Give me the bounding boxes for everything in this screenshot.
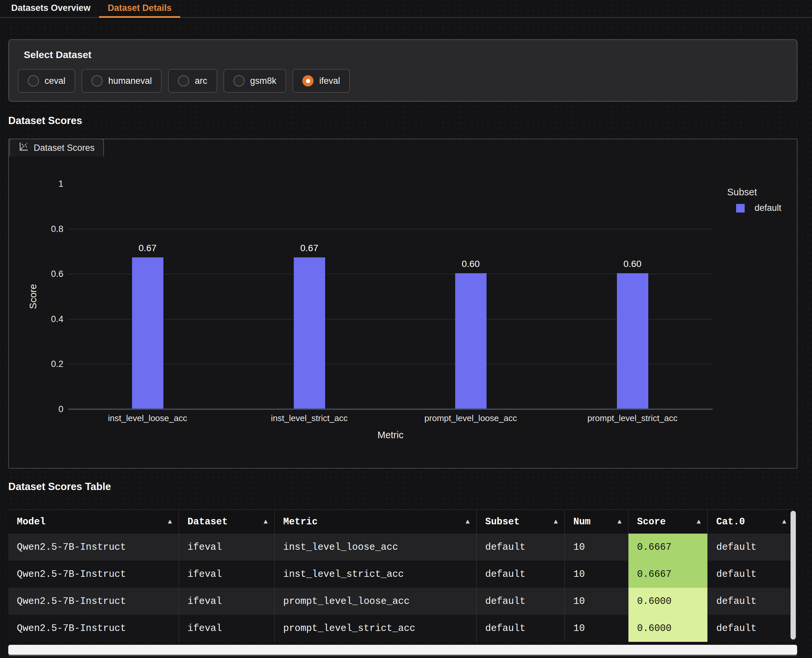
y-tick-label: 1 <box>27 179 63 189</box>
column-header-num[interactable]: Num▲ <box>564 510 628 534</box>
table-cell: 10 <box>564 588 628 615</box>
tab-dataset-details[interactable]: Dataset Details <box>99 0 180 18</box>
table-row: Qwen2.5-7B-Instructifevalprompt_level_lo… <box>8 588 793 615</box>
radio-label: gsm8k <box>250 76 277 86</box>
scatter-chart-icon <box>19 142 28 154</box>
bar-inst_level_strict_acc <box>294 257 325 409</box>
column-header-model[interactable]: Model▲ <box>8 510 179 534</box>
table-header-row: Model▲Dataset▲Metric▲Subset▲Num▲Score▲Ca… <box>8 510 793 534</box>
table-cell: default <box>476 615 564 642</box>
dataset-radio-gsm8k[interactable]: gsm8k <box>223 69 287 93</box>
table-cell: Qwen2.5-7B-Instruct <box>8 615 179 642</box>
y-axis-title: Score <box>28 279 39 315</box>
column-header-subset[interactable]: Subset▲ <box>476 510 564 534</box>
table-row: Qwen2.5-7B-Instructifevalinst_level_stri… <box>8 561 793 588</box>
score-cell: 0.6000 <box>628 615 707 642</box>
gridline <box>68 229 713 229</box>
x-axis-line <box>68 409 713 410</box>
sort-arrow-icon: ▲ <box>553 518 558 526</box>
bar-prompt_level_strict_acc <box>617 273 648 409</box>
legend-swatch <box>736 204 745 213</box>
radio-icon <box>178 75 189 86</box>
table-cell: ifeval <box>179 588 274 615</box>
table-body: Qwen2.5-7B-Instructifevalinst_level_loos… <box>8 534 793 642</box>
table-cell: inst_level_loose_acc <box>274 534 476 561</box>
dataset-radio-ifeval[interactable]: ifeval <box>292 69 350 93</box>
column-header-label: Num <box>573 517 591 527</box>
column-header-score[interactable]: Score▲ <box>628 510 707 534</box>
score-cell: 0.6667 <box>628 534 707 561</box>
bar-value-label: 0.67 <box>139 243 157 254</box>
x-axis-title: Metric <box>378 430 404 440</box>
radio-label: ceval <box>45 76 65 86</box>
dataset-radio-arc[interactable]: arc <box>168 69 217 93</box>
x-tick-label: prompt_level_loose_acc <box>425 413 517 423</box>
bar-inst_level_loose_acc <box>132 257 163 409</box>
radio-icon <box>28 75 39 86</box>
y-tick-label: 0.2 <box>27 359 63 369</box>
select-dataset-label: Select Dataset <box>24 49 91 60</box>
vertical-scrollbar-thumb[interactable] <box>790 511 796 639</box>
table-cell: default <box>707 615 793 642</box>
radio-label: ifeval <box>319 76 340 86</box>
legend-title: Subset <box>727 187 781 197</box>
gridline <box>68 364 713 364</box>
y-tick-label: 0.4 <box>27 314 63 324</box>
column-header-label: Metric <box>283 517 318 527</box>
legend-entry[interactable]: default <box>727 203 781 213</box>
dataset-radio-group: cevalhumanevalarcgsm8kifeval <box>18 69 350 93</box>
score-cell: 0.6667 <box>628 561 707 588</box>
dataset-scores-table: Model▲Dataset▲Metric▲Subset▲Num▲Score▲Ca… <box>8 509 793 642</box>
column-header-dataset[interactable]: Dataset▲ <box>179 510 274 534</box>
table-cell: default <box>707 561 793 588</box>
table-cell: prompt_level_strict_acc <box>274 615 476 642</box>
column-header-label: Model <box>17 517 45 527</box>
radio-icon <box>91 75 103 86</box>
bar-prompt_level_loose_acc <box>455 273 486 409</box>
column-header-metric[interactable]: Metric▲ <box>274 510 476 534</box>
table-cell: Qwen2.5-7B-Instruct <box>8 561 179 588</box>
table-cell: default <box>476 534 564 561</box>
dataset-radio-ceval[interactable]: ceval <box>18 69 75 93</box>
vertical-scrollbar[interactable] <box>790 510 796 641</box>
legend-entry-label: default <box>754 203 781 213</box>
table-cell: Qwen2.5-7B-Instruct <box>8 534 179 561</box>
column-header-label: Dataset <box>188 517 228 527</box>
column-header-label: Score <box>637 517 666 527</box>
radio-label: humaneval <box>108 76 152 86</box>
column-header-label: Cat.0 <box>716 517 745 527</box>
dataset-scores-chart-panel: Dataset Scores 00.20.40.60.810.67inst_le… <box>8 139 798 468</box>
table-cell: default <box>707 534 793 561</box>
radio-dot <box>306 79 310 83</box>
select-dataset-panel: Select Dataset cevalhumanevalarcgsm8kife… <box>8 39 798 102</box>
chart-panel-tab-label: Dataset Scores <box>34 143 95 153</box>
bar-value-label: 0.60 <box>462 259 480 269</box>
horizontal-scrollbar[interactable] <box>8 645 797 655</box>
dataset-scores-heading: Dataset Scores <box>8 115 82 127</box>
chart-panel-tab[interactable]: Dataset Scores <box>9 139 104 157</box>
column-header-cat0[interactable]: Cat.0▲ <box>707 510 793 534</box>
dataset-radio-humaneval[interactable]: humaneval <box>82 69 162 93</box>
bar-value-label: 0.60 <box>624 259 642 269</box>
x-tick-label: prompt_level_strict_acc <box>587 413 677 423</box>
bar-value-label: 0.67 <box>300 243 318 254</box>
x-tick-label: inst_level_loose_acc <box>108 413 187 423</box>
chart-legend: Subset default <box>727 187 781 213</box>
table-cell: 10 <box>564 615 628 642</box>
sort-arrow-icon: ▲ <box>263 518 268 526</box>
radio-icon <box>303 75 314 86</box>
radio-icon <box>234 75 245 86</box>
table-cell: default <box>707 588 793 615</box>
table-cell: default <box>476 561 564 588</box>
gridline <box>68 319 713 320</box>
radio-label: arc <box>195 76 207 86</box>
table-cell: ifeval <box>179 615 274 642</box>
column-header-label: Subset <box>485 517 520 527</box>
table-cell: prompt_level_loose_acc <box>274 588 476 615</box>
sort-arrow-icon: ▲ <box>466 518 470 526</box>
tab-datasets-overview[interactable]: Datasets Overview <box>3 0 99 18</box>
x-tick-label: inst_level_strict_acc <box>271 413 348 423</box>
sort-arrow-icon: ▲ <box>782 518 786 526</box>
table-cell: Qwen2.5-7B-Instruct <box>8 588 179 615</box>
table-cell: ifeval <box>179 534 274 561</box>
